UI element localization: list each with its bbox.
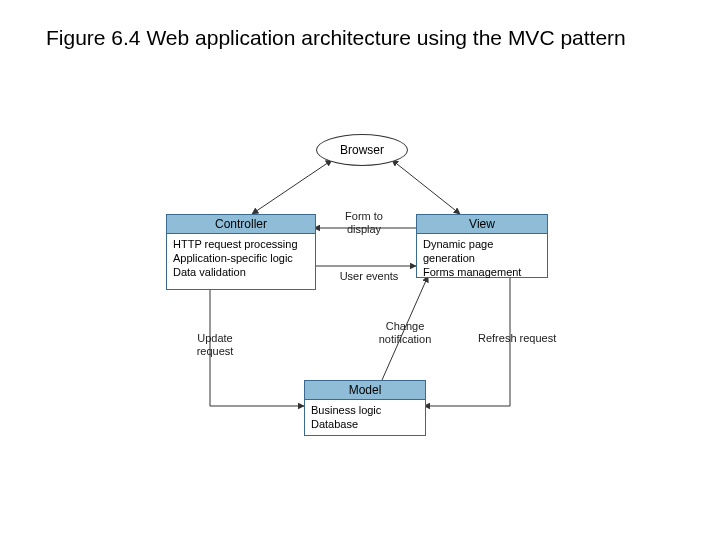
label-line: Change bbox=[370, 320, 440, 333]
node-controller-title: Controller bbox=[167, 215, 315, 234]
mvc-diagram: Browser Controller HTTP request processi… bbox=[0, 0, 720, 540]
label-update-request: Update request bbox=[190, 332, 240, 357]
node-model-body-line: Database bbox=[311, 418, 419, 432]
label-line: Update bbox=[190, 332, 240, 345]
label-change-notification: Change notification bbox=[370, 320, 440, 345]
node-controller-body-line: Application-specific logic bbox=[173, 252, 309, 266]
node-view: View Dynamic page generation Forms manag… bbox=[416, 214, 548, 278]
node-model-body-line: Business logic bbox=[311, 404, 419, 418]
label-line: Form to bbox=[334, 210, 394, 223]
node-view-body-line: Forms management bbox=[423, 266, 541, 280]
label-line: display bbox=[334, 223, 394, 236]
node-controller-body-line: HTTP request processing bbox=[173, 238, 309, 252]
edge-browser-view bbox=[392, 160, 460, 214]
node-view-title: View bbox=[417, 215, 547, 234]
label-refresh-request: Refresh request bbox=[478, 332, 568, 345]
node-model-body: Business logic Database bbox=[305, 400, 425, 436]
node-controller-body: HTTP request processing Application-spec… bbox=[167, 234, 315, 283]
node-view-body: Dynamic page generation Forms management bbox=[417, 234, 547, 283]
node-browser: Browser bbox=[316, 134, 408, 166]
label-line: request bbox=[190, 345, 240, 358]
label-user-events: User events bbox=[334, 270, 404, 283]
node-controller: Controller HTTP request processing Appli… bbox=[166, 214, 316, 290]
node-controller-body-line: Data validation bbox=[173, 266, 309, 280]
label-form-to-display: Form to display bbox=[334, 210, 394, 235]
node-view-body-line: Dynamic page bbox=[423, 238, 541, 252]
label-line: notification bbox=[370, 333, 440, 346]
edge-browser-controller bbox=[252, 160, 332, 214]
node-model-title: Model bbox=[305, 381, 425, 400]
node-view-body-line: generation bbox=[423, 252, 541, 266]
node-model: Model Business logic Database bbox=[304, 380, 426, 436]
node-browser-label: Browser bbox=[340, 143, 384, 157]
